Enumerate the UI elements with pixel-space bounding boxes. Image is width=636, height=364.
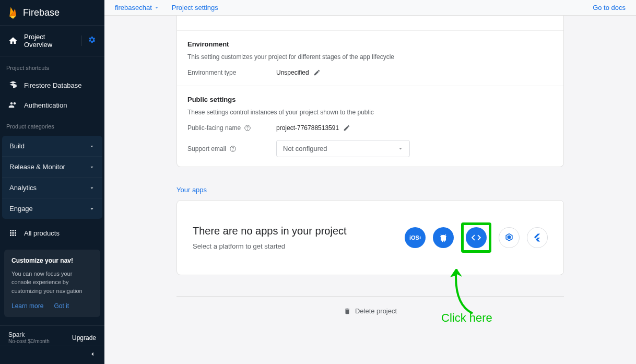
edit-name-icon[interactable] bbox=[343, 124, 350, 132]
svg-point-1 bbox=[248, 130, 248, 130]
flame-icon bbox=[8, 6, 18, 19]
your-apps-header: Your apps bbox=[176, 186, 564, 194]
docs-link[interactable]: Go to docs bbox=[593, 4, 626, 11]
home-icon bbox=[8, 36, 18, 45]
collapse-sidebar[interactable] bbox=[0, 346, 104, 364]
web-icon bbox=[470, 232, 482, 243]
project-overview[interactable]: Project Overview bbox=[0, 25, 104, 56]
got-it-link[interactable]: Got it bbox=[54, 302, 69, 310]
categories-title: Product categories bbox=[0, 115, 104, 134]
firestore-icon bbox=[8, 80, 18, 90]
chevron-left-icon bbox=[89, 350, 96, 358]
public-title: Public settings bbox=[187, 96, 553, 103]
settings-gear[interactable] bbox=[81, 36, 96, 46]
grid-icon bbox=[8, 228, 18, 238]
project-settings-link[interactable]: Project settings bbox=[172, 4, 218, 11]
upgrade-button[interactable]: Upgrade bbox=[72, 334, 96, 342]
shortcuts-title: Project shortcuts bbox=[0, 56, 104, 75]
svg-text:iOS+: iOS+ bbox=[409, 234, 421, 241]
caret-down-icon bbox=[398, 146, 403, 151]
topbar: firebasechat Project settings Go to docs bbox=[104, 0, 636, 16]
trash-icon bbox=[344, 308, 351, 315]
help-icon[interactable] bbox=[229, 145, 237, 152]
auth-icon bbox=[8, 100, 18, 110]
platform-ios[interactable]: iOS+ bbox=[405, 227, 426, 248]
unity-icon bbox=[504, 232, 514, 243]
cat-release[interactable]: Release & Monitor bbox=[2, 157, 102, 178]
brand-text: Firebase bbox=[23, 7, 60, 18]
flutter-icon bbox=[533, 233, 542, 242]
sidebar-item-firestore[interactable]: Firestore Database bbox=[0, 75, 104, 95]
sidebar: Firebase Project Overview Project shortc… bbox=[0, 0, 104, 364]
chevron-down-icon bbox=[89, 164, 95, 170]
platform-flutter[interactable] bbox=[527, 227, 548, 248]
all-products[interactable]: All products bbox=[0, 221, 104, 245]
dropdown-icon bbox=[154, 5, 159, 10]
support-email-select[interactable]: Not configured bbox=[276, 140, 410, 157]
cat-engage[interactable]: Engage bbox=[2, 198, 102, 219]
settings-card: Environment This setting customizes your… bbox=[176, 16, 564, 167]
edit-env-icon[interactable] bbox=[313, 69, 321, 76]
svg-point-3 bbox=[233, 150, 233, 150]
chevron-down-icon bbox=[89, 185, 95, 191]
sidebar-item-auth[interactable]: Authentication bbox=[0, 95, 104, 115]
cat-build[interactable]: Build bbox=[2, 136, 102, 157]
help-icon[interactable] bbox=[244, 124, 251, 132]
platform-android[interactable] bbox=[433, 227, 454, 248]
ios-icon: iOS+ bbox=[409, 234, 421, 241]
firebase-logo[interactable]: Firebase bbox=[0, 0, 104, 25]
highlight-box bbox=[461, 222, 491, 253]
cat-analytics[interactable]: Analytics bbox=[2, 178, 102, 198]
gear-icon bbox=[88, 36, 96, 44]
customize-nav-card: Customize your nav! You can now focus yo… bbox=[4, 250, 100, 318]
android-icon bbox=[438, 232, 449, 243]
platform-web[interactable] bbox=[466, 227, 487, 248]
learn-more-link[interactable]: Learn more bbox=[11, 302, 43, 310]
project-dropdown[interactable]: firebasechat bbox=[115, 4, 159, 11]
delete-project-button[interactable]: Delete project bbox=[344, 307, 397, 315]
env-title: Environment bbox=[187, 40, 553, 48]
chevron-down-icon bbox=[89, 143, 95, 149]
apps-card: There are no apps in your project Select… bbox=[176, 200, 564, 275]
chevron-down-icon bbox=[89, 206, 95, 212]
platform-unity[interactable] bbox=[499, 227, 520, 248]
